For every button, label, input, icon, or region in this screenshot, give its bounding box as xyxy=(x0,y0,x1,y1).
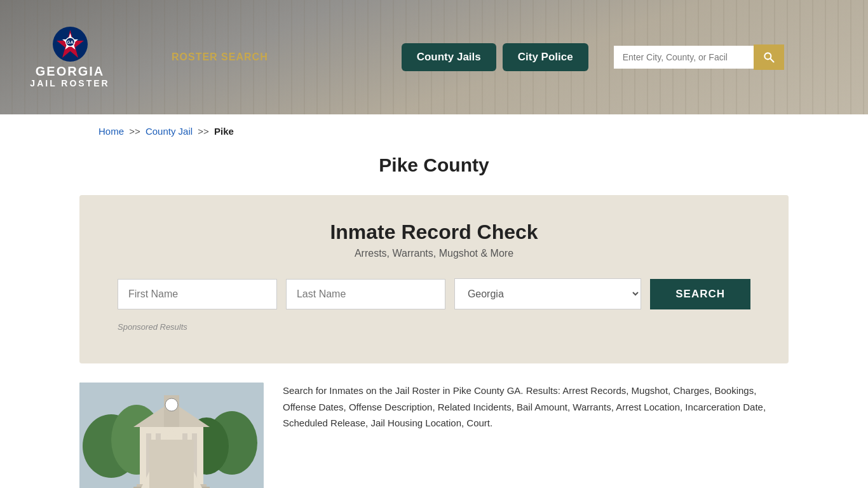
svg-rect-14 xyxy=(156,433,161,488)
first-name-input[interactable] xyxy=(118,279,277,309)
logo-georgia-text: GEORGIA xyxy=(36,64,104,78)
bottom-section: Search for Inmates on the Jail Roster in… xyxy=(0,363,868,488)
svg-text:GA: GA xyxy=(67,40,74,44)
nav-buttons: County Jails City Police xyxy=(402,43,588,71)
breadcrumb-home-link[interactable]: Home xyxy=(98,126,124,137)
record-check-subtitle: Arrests, Warrants, Mugshot & More xyxy=(118,248,750,259)
breadcrumb-sep-1: >> xyxy=(129,126,140,137)
header-search-button[interactable] xyxy=(754,44,784,70)
svg-line-6 xyxy=(770,58,773,62)
nav-area: ROSTER SEARCH xyxy=(172,51,268,63)
georgia-flag-icon: GA xyxy=(53,27,88,62)
header-content: GA GEORGIA JAIL ROSTER ROSTER SEARCH Cou… xyxy=(0,0,868,114)
logo-area[interactable]: GA GEORGIA JAIL ROSTER xyxy=(25,27,114,88)
breadcrumb-sep-2: >> xyxy=(198,126,209,137)
svg-rect-13 xyxy=(146,433,151,488)
record-check-section: Inmate Record Check Arrests, Warrants, M… xyxy=(79,195,789,363)
page-title: Pike County xyxy=(0,154,868,176)
sponsored-results-label: Sponsored Results xyxy=(118,322,750,332)
inmate-search-button[interactable]: SEARCH xyxy=(650,279,750,309)
svg-point-19 xyxy=(165,398,178,411)
page-title-area: Pike County xyxy=(0,148,868,195)
logo-subtitle-text: JAIL ROSTER xyxy=(30,78,109,88)
courthouse-svg xyxy=(79,383,264,488)
header: GA GEORGIA JAIL ROSTER ROSTER SEARCH Cou… xyxy=(0,0,868,114)
breadcrumb: Home >> County Jail >> Pike xyxy=(0,114,868,148)
county-jails-button[interactable]: County Jails xyxy=(402,43,496,71)
state-select[interactable]: Georgia Alabama Florida Tennessee xyxy=(454,278,641,309)
header-search-area xyxy=(614,44,843,70)
record-check-title: Inmate Record Check xyxy=(118,220,750,244)
svg-rect-15 xyxy=(182,433,187,488)
breadcrumb-county-jail-link[interactable]: County Jail xyxy=(146,126,193,137)
breadcrumb-current: Pike xyxy=(214,126,234,137)
roster-search-link[interactable]: ROSTER SEARCH xyxy=(172,51,268,63)
bottom-description: Search for Inmates on the Jail Roster in… xyxy=(283,383,789,431)
svg-rect-16 xyxy=(192,433,197,488)
courthouse-image xyxy=(79,383,264,488)
last-name-input[interactable] xyxy=(286,279,445,309)
search-icon xyxy=(763,51,775,64)
svg-rect-20 xyxy=(137,484,207,488)
header-search-input[interactable] xyxy=(614,46,754,69)
city-police-button[interactable]: City Police xyxy=(503,43,588,71)
inmate-search-form: Georgia Alabama Florida Tennessee SEARCH xyxy=(118,278,750,309)
